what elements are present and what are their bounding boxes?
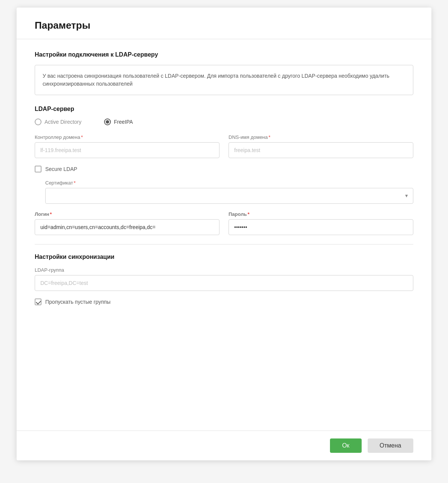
ldap-group-input[interactable]: [35, 275, 413, 291]
login-field: Логин*: [35, 211, 219, 235]
password-input[interactable]: [229, 219, 413, 235]
password-label: Пароль*: [229, 211, 413, 217]
radio-freeipa-label: FreeIPA: [114, 119, 133, 125]
certificate-section: Сертификат* ▼: [45, 180, 413, 204]
radio-active-directory-label: Active Directory: [44, 119, 81, 125]
secure-ldap-row: Secure LDAP: [35, 166, 413, 172]
login-label: Логин*: [35, 211, 219, 217]
password-field: Пароль*: [229, 211, 413, 235]
radio-option-active-directory[interactable]: Active Directory: [35, 118, 81, 125]
login-password-row: Логин* Пароль*: [35, 211, 413, 235]
cancel-button[interactable]: Отмена: [368, 438, 413, 453]
sync-section-title: Настройки синхронизации: [35, 254, 413, 260]
secure-ldap-label: Secure LDAP: [45, 166, 77, 172]
sync-settings-section: Настройки синхронизации LDAP-группа Проп…: [35, 254, 413, 305]
radio-option-freeipa[interactable]: FreeIPA: [104, 118, 133, 125]
certificate-select[interactable]: [45, 188, 413, 204]
dns-field: DNS-имя домена*: [229, 134, 413, 158]
controller-input[interactable]: [35, 142, 219, 158]
dns-input[interactable]: [229, 142, 413, 158]
controller-label: Контроллер домена*: [35, 134, 219, 140]
ldap-group-field: LDAP-группа: [35, 267, 413, 291]
modal-footer: Ок Отмена: [17, 431, 431, 460]
modal-title: Параметры: [35, 20, 413, 31]
certificate-select-wrapper: ▼: [45, 188, 413, 204]
ldap-server-label: LDAP-сервер: [35, 106, 413, 112]
ldap-connection-section-title: Настройки подключения к LDAP-серверу: [35, 51, 413, 58]
radio-active-directory[interactable]: [35, 118, 41, 125]
radio-freeipa[interactable]: [104, 118, 111, 125]
dns-label: DNS-имя домена*: [229, 134, 413, 140]
skip-empty-groups-row: Пропускать пустые группы: [35, 298, 413, 305]
skip-empty-groups-checkbox[interactable]: [35, 298, 41, 305]
secure-ldap-checkbox[interactable]: [35, 166, 41, 172]
login-input[interactable]: [35, 219, 219, 235]
ldap-server-radio-group: Active Directory FreeIPA: [35, 118, 413, 125]
modal-header: Параметры: [17, 8, 431, 39]
modal-body: Настройки подключения к LDAP-серверу У в…: [17, 39, 431, 431]
section-divider: [35, 244, 413, 245]
ldap-group-label: LDAP-группа: [35, 267, 413, 273]
modal-container: Параметры Настройки подключения к LDAP-с…: [17, 8, 431, 460]
controller-dns-row: Контроллер домена* DNS-имя домена*: [35, 134, 413, 158]
info-box: У вас настроена синхронизация пользовате…: [35, 65, 413, 95]
ok-button[interactable]: Ок: [330, 438, 361, 453]
skip-empty-groups-label: Пропускать пустые группы: [45, 299, 110, 305]
certificate-label: Сертификат*: [45, 180, 413, 186]
controller-field: Контроллер домена*: [35, 134, 219, 158]
